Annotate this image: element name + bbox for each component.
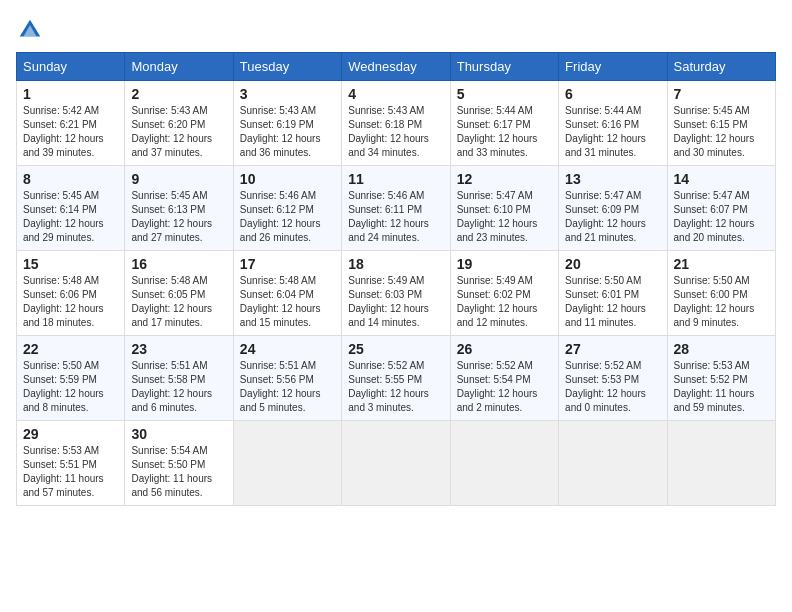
day-number: 28 <box>674 341 769 357</box>
calendar-cell: 14Sunrise: 5:47 AMSunset: 6:07 PMDayligh… <box>667 166 775 251</box>
calendar-cell <box>450 421 558 506</box>
day-number: 10 <box>240 171 335 187</box>
calendar-cell: 8Sunrise: 5:45 AMSunset: 6:14 PMDaylight… <box>17 166 125 251</box>
calendar-cell: 10Sunrise: 5:46 AMSunset: 6:12 PMDayligh… <box>233 166 341 251</box>
calendar-cell <box>559 421 667 506</box>
calendar-week-3: 15Sunrise: 5:48 AMSunset: 6:06 PMDayligh… <box>17 251 776 336</box>
day-info: Sunrise: 5:51 AMSunset: 5:56 PMDaylight:… <box>240 359 335 415</box>
day-info: Sunrise: 5:49 AMSunset: 6:02 PMDaylight:… <box>457 274 552 330</box>
day-info: Sunrise: 5:48 AMSunset: 6:05 PMDaylight:… <box>131 274 226 330</box>
day-number: 4 <box>348 86 443 102</box>
calendar-cell: 15Sunrise: 5:48 AMSunset: 6:06 PMDayligh… <box>17 251 125 336</box>
calendar-cell: 5Sunrise: 5:44 AMSunset: 6:17 PMDaylight… <box>450 81 558 166</box>
day-number: 1 <box>23 86 118 102</box>
day-info: Sunrise: 5:52 AMSunset: 5:55 PMDaylight:… <box>348 359 443 415</box>
calendar-cell: 24Sunrise: 5:51 AMSunset: 5:56 PMDayligh… <box>233 336 341 421</box>
day-number: 25 <box>348 341 443 357</box>
weekday-sunday: Sunday <box>17 53 125 81</box>
calendar-week-5: 29Sunrise: 5:53 AMSunset: 5:51 PMDayligh… <box>17 421 776 506</box>
day-number: 2 <box>131 86 226 102</box>
calendar-cell: 18Sunrise: 5:49 AMSunset: 6:03 PMDayligh… <box>342 251 450 336</box>
calendar-cell: 23Sunrise: 5:51 AMSunset: 5:58 PMDayligh… <box>125 336 233 421</box>
day-number: 17 <box>240 256 335 272</box>
day-number: 24 <box>240 341 335 357</box>
calendar-cell: 13Sunrise: 5:47 AMSunset: 6:09 PMDayligh… <box>559 166 667 251</box>
day-info: Sunrise: 5:48 AMSunset: 6:04 PMDaylight:… <box>240 274 335 330</box>
day-number: 30 <box>131 426 226 442</box>
calendar-week-2: 8Sunrise: 5:45 AMSunset: 6:14 PMDaylight… <box>17 166 776 251</box>
weekday-wednesday: Wednesday <box>342 53 450 81</box>
calendar-cell: 22Sunrise: 5:50 AMSunset: 5:59 PMDayligh… <box>17 336 125 421</box>
day-info: Sunrise: 5:46 AMSunset: 6:12 PMDaylight:… <box>240 189 335 245</box>
calendar-week-1: 1Sunrise: 5:42 AMSunset: 6:21 PMDaylight… <box>17 81 776 166</box>
calendar-cell: 6Sunrise: 5:44 AMSunset: 6:16 PMDaylight… <box>559 81 667 166</box>
day-info: Sunrise: 5:50 AMSunset: 5:59 PMDaylight:… <box>23 359 118 415</box>
weekday-monday: Monday <box>125 53 233 81</box>
day-number: 22 <box>23 341 118 357</box>
calendar-cell: 2Sunrise: 5:43 AMSunset: 6:20 PMDaylight… <box>125 81 233 166</box>
day-info: Sunrise: 5:46 AMSunset: 6:11 PMDaylight:… <box>348 189 443 245</box>
day-number: 6 <box>565 86 660 102</box>
day-info: Sunrise: 5:53 AMSunset: 5:51 PMDaylight:… <box>23 444 118 500</box>
calendar-cell: 29Sunrise: 5:53 AMSunset: 5:51 PMDayligh… <box>17 421 125 506</box>
day-number: 12 <box>457 171 552 187</box>
day-number: 9 <box>131 171 226 187</box>
weekday-tuesday: Tuesday <box>233 53 341 81</box>
calendar-cell <box>667 421 775 506</box>
day-info: Sunrise: 5:44 AMSunset: 6:17 PMDaylight:… <box>457 104 552 160</box>
calendar-cell: 26Sunrise: 5:52 AMSunset: 5:54 PMDayligh… <box>450 336 558 421</box>
logo-icon <box>16 16 44 44</box>
weekday-thursday: Thursday <box>450 53 558 81</box>
day-info: Sunrise: 5:45 AMSunset: 6:14 PMDaylight:… <box>23 189 118 245</box>
day-number: 7 <box>674 86 769 102</box>
day-info: Sunrise: 5:50 AMSunset: 6:01 PMDaylight:… <box>565 274 660 330</box>
day-number: 3 <box>240 86 335 102</box>
calendar-body: 1Sunrise: 5:42 AMSunset: 6:21 PMDaylight… <box>17 81 776 506</box>
calendar-cell: 30Sunrise: 5:54 AMSunset: 5:50 PMDayligh… <box>125 421 233 506</box>
day-info: Sunrise: 5:44 AMSunset: 6:16 PMDaylight:… <box>565 104 660 160</box>
day-number: 19 <box>457 256 552 272</box>
day-info: Sunrise: 5:48 AMSunset: 6:06 PMDaylight:… <box>23 274 118 330</box>
day-number: 15 <box>23 256 118 272</box>
calendar-cell: 9Sunrise: 5:45 AMSunset: 6:13 PMDaylight… <box>125 166 233 251</box>
day-number: 5 <box>457 86 552 102</box>
calendar-cell: 19Sunrise: 5:49 AMSunset: 6:02 PMDayligh… <box>450 251 558 336</box>
calendar-cell: 11Sunrise: 5:46 AMSunset: 6:11 PMDayligh… <box>342 166 450 251</box>
calendar-cell: 17Sunrise: 5:48 AMSunset: 6:04 PMDayligh… <box>233 251 341 336</box>
calendar: SundayMondayTuesdayWednesdayThursdayFrid… <box>16 52 776 506</box>
page-header <box>16 16 776 44</box>
day-number: 13 <box>565 171 660 187</box>
day-info: Sunrise: 5:47 AMSunset: 6:10 PMDaylight:… <box>457 189 552 245</box>
day-number: 20 <box>565 256 660 272</box>
day-info: Sunrise: 5:47 AMSunset: 6:07 PMDaylight:… <box>674 189 769 245</box>
calendar-cell <box>342 421 450 506</box>
day-info: Sunrise: 5:45 AMSunset: 6:13 PMDaylight:… <box>131 189 226 245</box>
day-info: Sunrise: 5:49 AMSunset: 6:03 PMDaylight:… <box>348 274 443 330</box>
day-info: Sunrise: 5:42 AMSunset: 6:21 PMDaylight:… <box>23 104 118 160</box>
weekday-header-row: SundayMondayTuesdayWednesdayThursdayFrid… <box>17 53 776 81</box>
day-info: Sunrise: 5:43 AMSunset: 6:18 PMDaylight:… <box>348 104 443 160</box>
day-number: 27 <box>565 341 660 357</box>
calendar-cell: 16Sunrise: 5:48 AMSunset: 6:05 PMDayligh… <box>125 251 233 336</box>
day-number: 14 <box>674 171 769 187</box>
calendar-cell: 1Sunrise: 5:42 AMSunset: 6:21 PMDaylight… <box>17 81 125 166</box>
day-info: Sunrise: 5:51 AMSunset: 5:58 PMDaylight:… <box>131 359 226 415</box>
day-number: 8 <box>23 171 118 187</box>
calendar-cell: 20Sunrise: 5:50 AMSunset: 6:01 PMDayligh… <box>559 251 667 336</box>
day-info: Sunrise: 5:52 AMSunset: 5:53 PMDaylight:… <box>565 359 660 415</box>
day-number: 18 <box>348 256 443 272</box>
day-number: 21 <box>674 256 769 272</box>
day-info: Sunrise: 5:52 AMSunset: 5:54 PMDaylight:… <box>457 359 552 415</box>
day-number: 23 <box>131 341 226 357</box>
day-number: 16 <box>131 256 226 272</box>
day-number: 11 <box>348 171 443 187</box>
calendar-week-4: 22Sunrise: 5:50 AMSunset: 5:59 PMDayligh… <box>17 336 776 421</box>
day-number: 29 <box>23 426 118 442</box>
calendar-cell: 27Sunrise: 5:52 AMSunset: 5:53 PMDayligh… <box>559 336 667 421</box>
weekday-saturday: Saturday <box>667 53 775 81</box>
day-info: Sunrise: 5:50 AMSunset: 6:00 PMDaylight:… <box>674 274 769 330</box>
day-info: Sunrise: 5:53 AMSunset: 5:52 PMDaylight:… <box>674 359 769 415</box>
calendar-cell: 25Sunrise: 5:52 AMSunset: 5:55 PMDayligh… <box>342 336 450 421</box>
calendar-cell: 28Sunrise: 5:53 AMSunset: 5:52 PMDayligh… <box>667 336 775 421</box>
calendar-cell: 4Sunrise: 5:43 AMSunset: 6:18 PMDaylight… <box>342 81 450 166</box>
